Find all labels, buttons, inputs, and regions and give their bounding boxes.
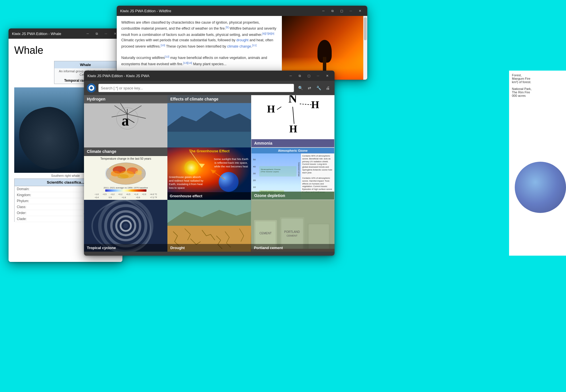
kiwix-options-button[interactable]: ··· — [314, 72, 322, 80]
alt-20: 20 — [253, 179, 256, 182]
search-icon[interactable]: 🔍 — [296, 84, 304, 92]
grid-item-hydrogen[interactable]: Hydrogen a — [84, 95, 167, 147]
grid-item-ammonia[interactable]: N H H H Ammonia — [251, 95, 335, 147]
classification-phylum-label: Phylum: — [15, 198, 82, 204]
bond-bottom — [293, 107, 294, 124]
wildfire-options-button[interactable]: ··· — [347, 7, 355, 15]
random-icon[interactable]: ⇄ — [305, 84, 313, 92]
kiwix-titlebar-controls: ─ ⧉ ▢ ··· ✕ — [287, 72, 331, 80]
print-icon[interactable]: 🖨 — [324, 84, 332, 92]
alt-10: 10 — [253, 186, 256, 189]
wildfire-maximize-button[interactable]: ▢ — [338, 7, 346, 15]
kiwix-toolbar-icons: 🔍 ⇄ 🔧 🖨 — [296, 84, 332, 92]
forward-button[interactable]: → — [169, 253, 181, 256]
partial-text-national: National Park, — [512, 87, 563, 91]
zoom-out-button[interactable]: 🔍 — [238, 253, 249, 256]
whale-titlebar: Kiwix JS PWA Edition - Whale ─ ⧉ ··· ✕ — [9, 28, 122, 39]
altitude-axis-label: Altitude (kilometers) — [298, 162, 300, 176]
wildfire-tree — [316, 40, 333, 74]
wildfire-text-content: Wildfires are often classified by charac… — [117, 16, 282, 80]
wildfire-restore-button[interactable]: ⧉ — [329, 7, 337, 15]
scale-c-plus05: +0.5 — [126, 193, 130, 196]
grid-item-climate-change[interactable]: Climate change Temperature change in the… — [84, 147, 167, 200]
kiwix-logo-dot — [90, 87, 93, 89]
partial-globe-image — [515, 162, 566, 213]
ozone-label: Ozone depletion — [251, 192, 334, 200]
whale-minimize-button[interactable]: ─ — [84, 30, 92, 38]
wildfire-close-button[interactable]: ✕ — [356, 7, 364, 15]
partial-text-mangum: Mangum Fire — [512, 77, 563, 80]
scale-f-2: 0.9 — [109, 196, 112, 199]
portland-cement-label: Portland cement — [251, 244, 335, 252]
grid-item-ozone[interactable]: Atmospheric Ozone 50 40 30 20 10 Altitud… — [251, 147, 335, 200]
back-button[interactable]: ← — [135, 253, 147, 256]
bag-text-2: PORTLAND — [284, 230, 300, 233]
tropical-cyclone-label: Tropical cyclone — [84, 244, 167, 252]
kiwix-minimize-button[interactable]: ─ — [287, 72, 295, 80]
wildfire-window: Kiwix JS PWA Edition - Wildfire ─ ⧉ ▢ ··… — [117, 6, 367, 80]
wildfire-scrollbar[interactable] — [363, 16, 367, 80]
drought-link[interactable]: drought — [236, 38, 248, 42]
whale-article-title: Whale — [14, 44, 117, 56]
scale-c-plus2: +2.0 — [142, 193, 146, 196]
right-partial-text: Forest, Mangum Fire km²) of forest. Nati… — [509, 71, 566, 100]
whale-infobox-header: Whale — [54, 61, 116, 68]
ozone-desc-tropospheric: Contains 10% of atmospheric ozone. Harmf… — [302, 177, 333, 194]
greenhouse-label: Greenhouse effect — [167, 192, 251, 200]
alt-40: 40 — [253, 166, 256, 168]
grid-item-portland-cement[interactable]: CEMENT PORTLAND CEMENT Portland cement — [251, 200, 335, 252]
kiwix-restore-button[interactable]: ⧉ — [296, 72, 304, 80]
ammonia-h-left: H — [267, 103, 275, 115]
climate-label-text: Climate change — [87, 149, 116, 154]
grid-item-drought[interactable]: Drought — [167, 200, 251, 252]
zoom-in-button[interactable]: 🔍 — [272, 253, 283, 256]
climate-change-link[interactable]: climate change — [227, 44, 251, 48]
kiwix-grid: Hydrogen a — [84, 95, 335, 252]
ozone-desc-stratospheric: Contains 90% of atmospheric ozone. Benef… — [302, 155, 333, 174]
grid-item-effects-climate[interactable]: Effects of climate change — [167, 95, 251, 147]
whale-options-button[interactable]: ··· — [102, 30, 110, 38]
bond-left — [277, 107, 281, 110]
classification-domain-label: Domain: — [15, 186, 82, 192]
ammonia-label: Ammonia — [251, 139, 334, 147]
ammonia-n: N — [288, 95, 297, 105]
hydrogen-label: Hydrogen — [84, 95, 167, 103]
wildfire-paragraph-2: Naturally occurring wildfires[12] may ha… — [121, 55, 277, 67]
wildfire-scrollbar-thumb[interactable] — [364, 17, 367, 40]
kiwix-close-button[interactable]: ✕ — [323, 72, 331, 80]
wildfire-minimize-button[interactable]: ─ — [319, 7, 327, 15]
classification-clade-label: Clade: — [15, 216, 82, 222]
ozone-diagram-title: Atmospheric Ozone — [251, 148, 334, 153]
heatmap-subtitle: 2011–2021 average vs 1956–1976 baseline — [104, 186, 148, 189]
wildfire-window-title: Kiwix JS PWA Edition - Wildfire — [120, 9, 317, 13]
partial-text-rim: The Rim Fire — [512, 91, 563, 94]
svg-point-8 — [117, 174, 128, 179]
hydrogen-diagram: a — [84, 104, 167, 147]
home-button[interactable]: ⌂ — [101, 253, 112, 256]
scale-c-plus4: +4.0 °C — [150, 193, 157, 196]
heatmap-title: Temperature change in the last 50 years — [100, 157, 151, 160]
settings-icon[interactable]: 🔧 — [315, 84, 323, 92]
drought-label: Drought — [167, 244, 251, 252]
hydrogen-line-2 — [127, 106, 142, 114]
svg-point-28 — [124, 223, 128, 228]
ref-12: [12] — [165, 55, 169, 58]
scroll-top-button[interactable]: ↑ — [306, 253, 317, 256]
effects-climate-label: Effects of climate change — [167, 95, 251, 103]
hydrogen-svg: a — [97, 103, 154, 147]
ozone-layer-label: (The Ozone Layer) — [261, 171, 279, 173]
scale-c-minus02: −0.2 — [110, 193, 114, 196]
grid-item-greenhouse[interactable]: The Greenhouse Effect Some sunlight that… — [167, 147, 251, 200]
climate-label-bar: Climate change — [84, 147, 167, 155]
alt-50: 50 — [253, 159, 256, 161]
heatmap-scale-celsius: −1.0 −0.5 −0.2 +0.2 +0.5 +1.0 +2.0 +4.0 … — [93, 193, 159, 196]
whale-window-title: Kiwix JS PWA Edition - Whale — [12, 32, 81, 36]
search-input[interactable] — [98, 84, 294, 92]
kiwix-maximize-button[interactable]: ▢ — [305, 72, 313, 80]
whale-restore-button[interactable]: ⧉ — [93, 30, 101, 38]
grid-item-tropical-cyclone[interactable]: Tropical cyclone — [84, 200, 167, 252]
ammonia-h-right: H — [311, 99, 319, 110]
heatmap-scale-fahrenheit: −0.4 0.9 +1.8 +3.6 +7.2 °F — [93, 196, 159, 199]
scale-c-minus05: −0.5 — [102, 193, 106, 196]
kiwix-bottom-nav: ⌂ ← → ToC ▲ 🔍 🔍 ↑ — [84, 252, 335, 256]
